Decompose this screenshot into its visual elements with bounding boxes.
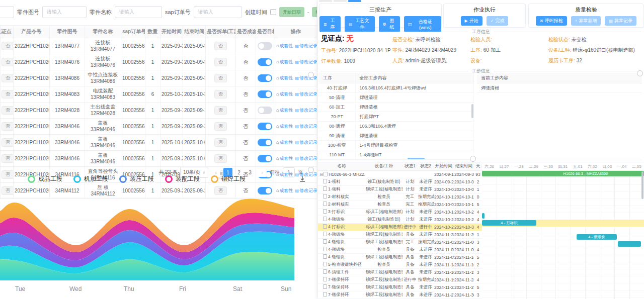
suite-link[interactable]: ⌂成套性 <box>276 75 293 80</box>
gantt-row[interactable]: 2·材料核实检查员完工按期完成2024-10-102024-10-100 <box>318 193 482 201</box>
gantt-row[interactable]: 6·清理工件铆焊工段(核电制造部)具备未进序2024-11-162024-11-… <box>318 269 482 276</box>
table-cell: 1 <box>145 70 160 86</box>
modify-record-link[interactable]: ▤修改记录 <box>295 124 317 129</box>
gantt-bar[interactable]: 4 - 打标识 <box>482 220 536 226</box>
gantt-row[interactable]: 4·镦锻块铆焊工段(核电制造部)具备未进序2024-11-092024-11-1… <box>318 254 482 261</box>
info-value: 2022HPCH1020-84-1P <box>339 48 391 53</box>
gantt-row[interactable]: 4·镦锻块检查员具备未进序2024-11-052024-11-094 <box>318 246 482 254</box>
gantt-row[interactable]: 4·打标识标识工(核电制造部)进行中进行中2024-10-262024-10-3… <box>318 224 482 231</box>
legend-item[interactable]: 装压工段 <box>119 175 154 183</box>
legend-item[interactable]: 装配工段 <box>165 175 200 183</box>
visual-check-toggle[interactable] <box>258 139 272 146</box>
modify-record-link[interactable]: ▤修改记录 <box>295 156 317 161</box>
step-process-cell: 80·满焊 <box>319 122 355 131</box>
tab-stub[interactable] <box>348 0 361 2</box>
next-page-button[interactable]: › <box>258 168 267 177</box>
gantt-bar[interactable]: 4 - 镦锻块 <box>577 234 617 240</box>
visual-check-toggle[interactable] <box>258 123 272 130</box>
suite-link[interactable]: ⌂成套性 <box>276 156 293 161</box>
splitter-handle[interactable] <box>308 72 314 78</box>
suite-link[interactable]: ⌂成套性 <box>276 91 293 96</box>
gantt-cell: 具备 <box>403 261 418 269</box>
end-date-button[interactable]: 结束日期 <box>312 7 317 17</box>
gantt-row[interactable]: 2·材料核实检查员完工拖期完成2024-10-092024-10-145 <box>318 201 482 209</box>
visual-check-toggle[interactable] <box>258 155 272 162</box>
gantt-row[interactable]: 7·镦保持环铆焊工段(核电制造部)具备未进序2024-11-272024-11-… <box>318 291 482 299</box>
异常新增-button[interactable]: +异常新增 <box>571 16 601 26</box>
goto-page-input[interactable]: 1 <box>283 167 295 177</box>
visual-check-toggle[interactable] <box>258 74 272 82</box>
tab-stub[interactable] <box>319 0 332 2</box>
step-content-cell: 打底焊PT <box>355 112 474 122</box>
modify-record-link[interactable]: ▤修改记录 <box>295 108 317 113</box>
visual-check-toggle[interactable] <box>258 42 272 50</box>
gantt-row[interactable]: 1·领料铆焊工段(核电制造部)计划未进序2024-10-042024-10-05… <box>318 186 482 193</box>
visual-check-toggle[interactable] <box>258 90 272 98</box>
table-cell <box>256 151 274 167</box>
x-axis-label: Sun <box>281 285 291 292</box>
gantt-row[interactable]: 4·镦锻块铆焊工段(核电制造部)具备未进序2024-11-282024-11-2… <box>318 231 482 239</box>
column-header: 是否拆单(工艺) <box>206 26 236 38</box>
gantt-row[interactable]: 5·检查镦锻块外径检查员具备未进序2024-11-142024-11-162 <box>318 261 482 269</box>
splitter-handle[interactable] <box>470 156 476 162</box>
home-icon: ⌂ <box>276 140 279 145</box>
gantt-row[interactable]: 4·镦锻块铆焊工段(核电制造部)完工按期完成2024-11-022024-11-… <box>318 239 482 246</box>
tab-stub[interactable] <box>334 0 347 2</box>
steps-vertical-scrollbar[interactable] <box>471 104 473 118</box>
splitter-handle[interactable] <box>637 70 643 76</box>
visual-check-toggle[interactable] <box>258 107 272 114</box>
gantt-row[interactable]: 7·镦保持环铆焊工段(核电制造部)进行中按期完成2024-11-192024-1… <box>318 276 482 284</box>
visual-check-toggle[interactable] <box>258 58 272 66</box>
chart-x-axis: TueWedThuFriSatSun <box>0 285 302 293</box>
gantt-row[interactable]: 4·镦锻块铆工(核电制造部)计划未进序2024-10-222024-10-264 <box>318 216 482 224</box>
page-number[interactable]: 3 <box>246 168 255 177</box>
part-no-input[interactable]: 请输入 <box>42 6 87 18</box>
legend-item[interactable]: 成品工段 <box>28 175 62 183</box>
suite-link[interactable]: ⌂成套性 <box>276 124 293 129</box>
chart-legend: 成品工段机加工段装压工段装配工段铆焊工段 <box>28 175 246 183</box>
gantt-row[interactable]: 7·镦保持环铆焊工段(核电制造部)具备未进序2024-11-222024-11-… <box>318 284 482 291</box>
steps-col-process: 工序 <box>319 73 355 83</box>
gantt-date-axis: 六,26日,27一,28二,29三,30四,31五,01六,02日,03一,04… <box>482 162 644 171</box>
modify-record-link[interactable]: ▤修改记录 <box>295 43 317 48</box>
save-image-icon[interactable] <box>299 176 306 185</box>
date-checkbox[interactable] <box>270 9 276 15</box>
gantt-cell: 未进序 <box>418 269 434 276</box>
gantt-bar[interactable]: H1026-66-3 - MHZZA8300 <box>482 171 644 176</box>
suite-link[interactable]: ⌂成套性 <box>276 140 293 145</box>
suite-link[interactable]: ⌂成套性 <box>276 43 293 48</box>
呼叫报检-button[interactable]: ✉呼叫报检 <box>536 16 567 26</box>
legend-item[interactable]: 机加工段 <box>73 175 108 183</box>
modify-record-link[interactable]: ▤修改记录 <box>295 91 317 96</box>
gantt-row[interactable]: ⊟H1026-66-3·MHZZA83002024-09-182024-09-3… <box>318 171 482 178</box>
suite-link[interactable]: ⌂成套性 <box>276 59 293 64</box>
legend-item[interactable]: 铆焊工段 <box>211 175 246 183</box>
完成-button[interactable]: ✓完成 <box>487 16 509 26</box>
gantt-row[interactable]: 3·打标识标识工(核电制造部)计划未进序2024-10-182024-10-22… <box>318 209 482 216</box>
gantt-vertical-scrollbar[interactable] <box>641 171 643 199</box>
part-name-input[interactable]: 请输入 <box>115 6 162 18</box>
table-cell: 33RM4046 <box>50 135 85 151</box>
gantt-bar[interactable] <box>482 213 485 219</box>
gantt-row[interactable]: 1·领料铆工(核电制造部)计划未进序2024-09-292024-10-012 <box>318 178 482 186</box>
doc-icon: ▤ <box>295 156 299 161</box>
toggle-knob <box>259 108 264 113</box>
button-icon: ▤ <box>609 19 613 23</box>
button-icon: ▤ <box>349 22 353 27</box>
splitter-handle[interactable] <box>308 167 314 173</box>
steps-horizontal-scrollbar[interactable] <box>408 158 425 159</box>
table-cell: 否 <box>236 103 256 119</box>
suite-link[interactable]: ⌂成套性 <box>276 108 293 113</box>
info-value: 未交检 <box>572 37 587 42</box>
start-date-button[interactable]: 开始日期 <box>279 7 304 17</box>
modify-record-link[interactable]: ▤修改记录 <box>295 140 317 145</box>
modify-record-link[interactable]: ▤修改记录 <box>295 59 317 64</box>
开始-button[interactable]: ▶开始 <box>461 16 482 26</box>
collapse-icon[interactable]: ⊟ <box>319 172 323 177</box>
异常记录-button[interactable]: ▤异常记录 <box>605 16 636 26</box>
gantt-cell: 2024-10-10 <box>454 193 474 201</box>
gantt-bar[interactable] <box>618 241 641 247</box>
sap-order-input[interactable]: 请输入 <box>194 6 242 18</box>
filter-input-stub[interactable] <box>0 6 14 18</box>
modify-record-link[interactable]: ▤修改记录 <box>295 188 317 193</box>
